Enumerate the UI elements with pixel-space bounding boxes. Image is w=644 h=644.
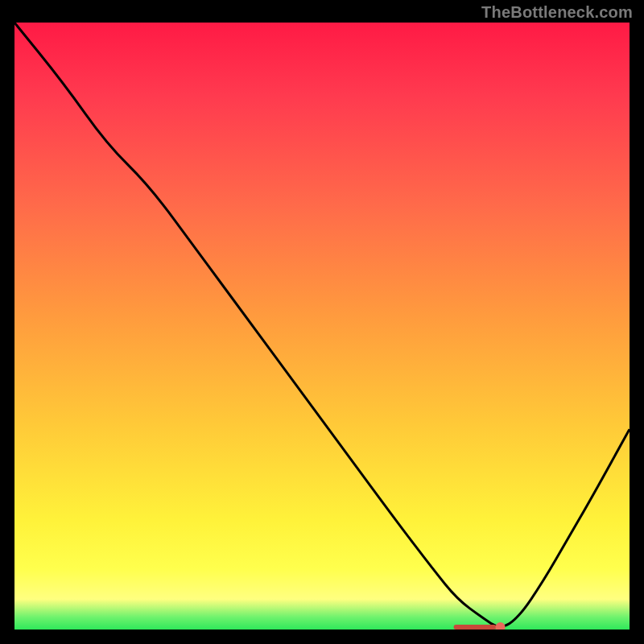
bottleneck-curve bbox=[14, 23, 630, 630]
watermark-label: TheBottleneck.com bbox=[481, 3, 633, 22]
minimum-dot bbox=[496, 622, 506, 630]
curve-path bbox=[14, 23, 630, 626]
chart-frame: TheBottleneck.com bbox=[0, 0, 644, 644]
plot-area bbox=[14, 23, 630, 630]
